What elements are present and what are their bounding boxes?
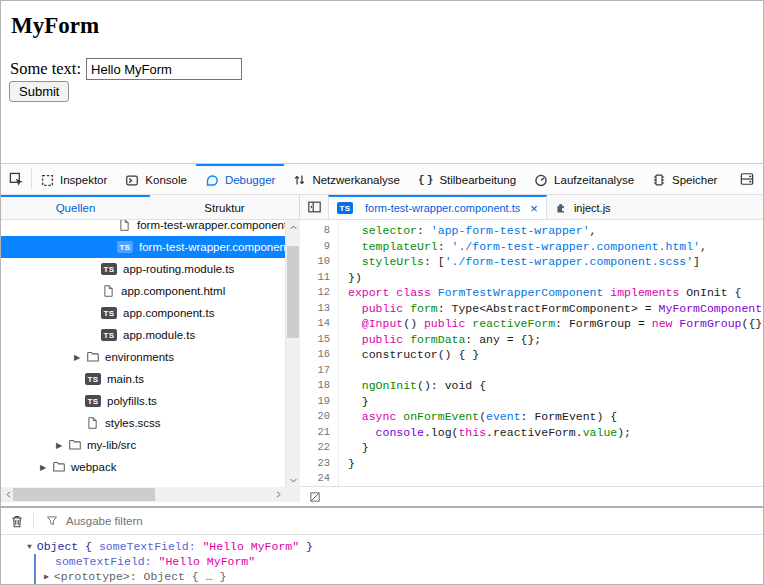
- code-line: 13 public form: Type<AbstractFormCompone…: [300, 301, 763, 317]
- line-number[interactable]: 19: [300, 394, 339, 410]
- tree-item[interactable]: TSpolyfills.ts: [1, 390, 285, 412]
- code-text: constructor() { }: [339, 347, 479, 363]
- devtools-tab-label: Inspektor: [60, 174, 107, 186]
- line-number[interactable]: 24: [300, 471, 339, 487]
- ignore-source-icon[interactable]: [309, 491, 321, 503]
- trash-icon[interactable]: [1, 514, 33, 529]
- code-line: 8 selector: 'app-form-test-wrapper',: [300, 223, 763, 239]
- panel-tab-struktur[interactable]: Struktur: [150, 195, 299, 219]
- code-line: 15 public formData: any = {};: [300, 332, 763, 348]
- tree-item[interactable]: TSapp-routing.module.ts: [1, 258, 285, 280]
- code-text: [339, 471, 348, 487]
- code-text: @Input() public reactiveForm: FormGroup …: [339, 316, 763, 332]
- tree-item[interactable]: app.component.html: [1, 280, 285, 302]
- line-number[interactable]: 11: [300, 270, 339, 286]
- devtools-tab-label: Debugger: [225, 174, 276, 186]
- line-number[interactable]: 8: [300, 223, 339, 239]
- tree-horizontal-scrollbar[interactable]: [1, 487, 285, 502]
- code-line: 17: [300, 363, 763, 379]
- code-line: 14 @Input() public reactiveForm: FormGro…: [300, 316, 763, 332]
- source-tab[interactable]: inject.js: [547, 195, 619, 219]
- dock-icon[interactable]: [731, 164, 763, 194]
- console-log-row[interactable]: someTextField: "Hello MyForm": [36, 554, 763, 569]
- file-icon: [86, 416, 100, 430]
- code-text: [339, 363, 348, 379]
- panel-tab-quellen[interactable]: Quellen: [1, 195, 150, 219]
- scroll-right-icon[interactable]: [271, 487, 285, 502]
- filter-icon: [46, 515, 58, 527]
- tree-item-label: app.component.html: [121, 285, 225, 297]
- line-number[interactable]: 16: [300, 347, 339, 363]
- code-line: 19 }: [300, 394, 763, 410]
- line-number[interactable]: 18: [300, 378, 339, 394]
- chevron-right-icon[interactable]: ▶: [56, 441, 68, 450]
- code-editor[interactable]: 8 selector: 'app-form-test-wrapper',9 te…: [300, 220, 763, 489]
- line-number[interactable]: 9: [300, 239, 339, 255]
- line-number[interactable]: 21: [300, 425, 339, 441]
- collapse-sidebar-icon[interactable]: [300, 195, 328, 219]
- tree-item-label: polyfills.ts: [107, 395, 157, 407]
- devtools-tab-stilbearbeitung[interactable]: { }Stilbearbeitung: [409, 164, 525, 194]
- devtools-tab-debugger[interactable]: Debugger: [196, 164, 285, 194]
- scroll-up-icon[interactable]: [286, 220, 300, 234]
- devtools-tab-konsole[interactable]: Konsole: [116, 164, 196, 194]
- scrollbar-corner: [285, 487, 300, 502]
- console-toolbar: [1, 508, 763, 535]
- tree-item[interactable]: TSform-test-wrapper.component.ts: [1, 236, 285, 258]
- code-line: 9 templateUrl: './form-test-wrapper.comp…: [300, 239, 763, 255]
- source-tab-label: form-test-wrapper.component.ts: [365, 202, 520, 214]
- network-icon: [293, 173, 306, 187]
- line-number[interactable]: 17: [300, 363, 339, 379]
- devtools-tab-speicher[interactable]: Speicher: [643, 164, 726, 194]
- line-number[interactable]: 20: [300, 409, 339, 425]
- console-token: someTextField:: [99, 539, 203, 554]
- line-number[interactable]: 15: [300, 332, 339, 348]
- tree-item[interactable]: ▶environments: [1, 346, 285, 368]
- tree-item-label: app.module.ts: [123, 329, 195, 341]
- typescript-badge-icon: TS: [101, 329, 117, 341]
- style-editor-icon: { }: [418, 174, 433, 186]
- submit-button[interactable]: Submit: [9, 81, 69, 102]
- devtools-tab-label: Netzwerkanalyse: [312, 174, 400, 186]
- line-number[interactable]: 14: [300, 316, 339, 332]
- memory-icon: [652, 173, 666, 187]
- code-text: }: [339, 394, 369, 410]
- scroll-down-icon[interactable]: [286, 473, 300, 487]
- tree-vertical-scrollbar[interactable]: [285, 220, 300, 487]
- tree-item[interactable]: TSapp.component.ts: [1, 302, 285, 324]
- scrollbar-thumb[interactable]: [287, 246, 299, 338]
- tree-item[interactable]: ▶my-lib/src: [1, 434, 285, 456]
- devtools-tab-netzwerkanalyse[interactable]: Netzwerkanalyse: [284, 164, 409, 194]
- tree-item[interactable]: styles.scss: [1, 412, 285, 434]
- node-picker-icon[interactable]: [1, 164, 31, 194]
- console-log-row[interactable]: ▼Object { someTextField: "Hello MyForm" …: [1, 539, 763, 554]
- tree-item[interactable]: ▶webpack: [1, 456, 285, 478]
- tree-item[interactable]: TSapp.module.ts: [1, 324, 285, 346]
- tree-item[interactable]: form-test-wrapper.component.html: [1, 220, 285, 236]
- console-filter-input[interactable]: [64, 514, 368, 528]
- console-token: "Hello MyForm": [202, 539, 299, 554]
- inspector-icon: [41, 174, 54, 187]
- devtools-tab-laufzeitanalyse[interactable]: Laufzeitanalyse: [525, 164, 643, 194]
- close-icon[interactable]: ×: [530, 202, 538, 215]
- code-text: selector: 'app-form-test-wrapper',: [339, 223, 596, 239]
- web-page-viewport: MyForm Some text: Submit: [1, 1, 763, 164]
- line-number[interactable]: 13: [300, 301, 339, 317]
- tree-item-label: app.component.ts: [123, 307, 214, 319]
- tree-item[interactable]: TSmain.ts: [1, 368, 285, 390]
- devtools-tab-inspektor[interactable]: Inspektor: [32, 164, 116, 194]
- toolbar-separator: [33, 513, 34, 529]
- console-log-row[interactable]: ▶<prototype>: Object { … }: [36, 569, 763, 584]
- line-number[interactable]: 22: [300, 440, 339, 456]
- code-line: 12export class FormTestWrapperComponent …: [300, 285, 763, 301]
- scrollbar-thumb[interactable]: [13, 488, 155, 501]
- line-number[interactable]: 23: [300, 456, 339, 472]
- chevron-down-icon[interactable]: ▼: [27, 539, 32, 554]
- line-number[interactable]: 12: [300, 285, 339, 301]
- line-number[interactable]: 10: [300, 254, 339, 270]
- source-tab[interactable]: TSform-test-wrapper.component.ts×: [328, 195, 547, 219]
- chevron-right-icon[interactable]: ▶: [74, 353, 86, 362]
- chevron-right-icon[interactable]: ▶: [40, 463, 52, 472]
- chevron-right-icon[interactable]: ▶: [44, 569, 49, 584]
- some-text-input[interactable]: [86, 58, 242, 80]
